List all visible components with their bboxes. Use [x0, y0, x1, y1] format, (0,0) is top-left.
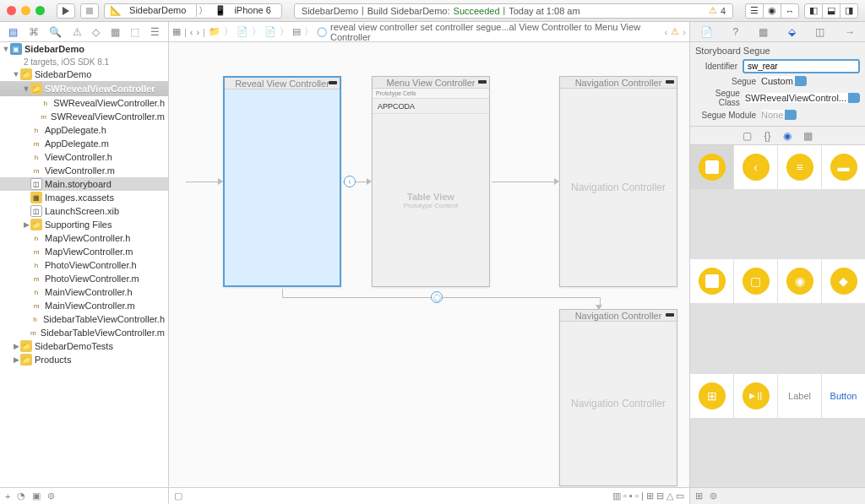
entry-point-arrow[interactable]: [186, 182, 220, 182]
navigation-controller-scene-2[interactable]: Navigation Controller Navigation Control…: [559, 309, 677, 486]
library-view-mode-button[interactable]: ⊞: [695, 490, 703, 501]
zoom-actual-button[interactable]: ▪: [629, 490, 633, 501]
tree-item[interactable]: hAppDelegate.h: [0, 123, 168, 137]
zoom-in-button[interactable]: ▫: [635, 490, 639, 501]
document-outline-toggle[interactable]: ▢: [174, 490, 182, 501]
object-object[interactable]: ▸॥: [734, 374, 777, 418]
filter-recent-button[interactable]: ◔: [17, 490, 25, 501]
forward-button[interactable]: ›: [197, 27, 200, 37]
resolve-button[interactable]: △: [666, 490, 673, 501]
project-root[interactable]: ▼▣ SidebarDemo: [0, 42, 168, 56]
tree-item[interactable]: mMapViewController.m: [0, 245, 168, 258]
tree-item[interactable]: mViewController.m: [0, 164, 168, 177]
tree-item[interactable]: ▶📁Products: [0, 353, 168, 366]
segue-kind-popup[interactable]: Custom: [761, 76, 807, 86]
file-template-library-tab[interactable]: ▢: [743, 130, 752, 142]
navigation-controller-object[interactable]: ‹: [734, 145, 777, 189]
jump-bar[interactable]: ▦ | ‹ › | 📁〉 📄〉 📄〉 ▤〉 ◯ reveal view cont…: [169, 22, 689, 42]
tree-item[interactable]: hMapViewController.h: [0, 231, 168, 245]
toggle-utilities-button[interactable]: ◨: [840, 3, 858, 19]
disclosure-icon[interactable]: ▼: [22, 84, 30, 93]
menu-view-controller-scene[interactable]: Menu View Controller Prototype Cells APP…: [372, 76, 490, 287]
debug-navigator-tab[interactable]: ▦: [111, 26, 120, 38]
identity-inspector-tab[interactable]: ▦: [759, 26, 768, 38]
tree-item[interactable]: ▶📁SidebarDemoTests: [0, 339, 168, 353]
split-view-controller-object[interactable]: [690, 259, 733, 303]
collection-view-controller-object[interactable]: ◆: [822, 259, 865, 303]
page-view-controller-object[interactable]: ▢: [734, 259, 777, 303]
back-button[interactable]: ‹: [190, 27, 193, 37]
view-controller-object[interactable]: [690, 145, 733, 189]
scheme-selector[interactable]: 📐 SidebarDemo 〉 📱 iPhone 6: [104, 3, 282, 19]
segue-class-field[interactable]: SWRevealViewControl...: [745, 93, 860, 103]
warning-icon[interactable]: ⚠: [671, 26, 679, 37]
toggle-navigator-button[interactable]: ◧: [804, 3, 823, 19]
version-editor-button[interactable]: ↔: [781, 3, 799, 19]
jump-bar-path[interactable]: reveal view controller set controller se…: [330, 22, 658, 42]
tree-item[interactable]: mMainViewController.m: [0, 299, 168, 312]
scene-icon[interactable]: ▤: [292, 26, 301, 37]
label-object[interactable]: Label: [778, 374, 821, 418]
size-class-button[interactable]: ▥: [612, 490, 621, 501]
zoom-out-button[interactable]: ▫: [623, 490, 627, 501]
stop-button[interactable]: [80, 3, 99, 19]
zoom-window-button[interactable]: [35, 6, 45, 15]
tree-item[interactable]: hMainViewController.h: [0, 285, 168, 299]
folder-icon[interactable]: 📄: [264, 26, 276, 37]
resizing-button[interactable]: ▭: [676, 490, 684, 501]
segue-icon[interactable]: i: [344, 176, 356, 187]
test-navigator-tab[interactable]: ◇: [92, 26, 100, 38]
find-navigator-tab[interactable]: 🔍: [49, 26, 62, 38]
folder-icon[interactable]: 📄: [237, 26, 248, 37]
tree-item[interactable]: mPhotoViewController.m: [0, 272, 168, 285]
tree-item[interactable]: ▼📁SWRevealViewController: [0, 81, 168, 96]
tree-item[interactable]: ▼📁SidebarDemo: [0, 68, 168, 81]
table-view-controller-object[interactable]: ≡: [778, 145, 821, 189]
code-snippet-library-tab[interactable]: {}: [764, 130, 770, 142]
standard-editor-button[interactable]: ☰: [745, 3, 764, 19]
reveal-view-controller-scene[interactable]: Reveal View Controller: [223, 76, 341, 287]
identifier-field[interactable]: [743, 59, 860, 73]
tree-item[interactable]: hPhotoViewController.h: [0, 258, 168, 272]
breakpoint-navigator-tab[interactable]: ⬚: [130, 26, 139, 38]
project-navigator-tab[interactable]: ▤: [8, 26, 18, 38]
prototype-cell[interactable]: APPCODA: [373, 99, 489, 114]
segue-icon[interactable]: ◯: [431, 291, 443, 303]
add-button[interactable]: +: [5, 491, 10, 501]
minimize-window-button[interactable]: [21, 6, 30, 15]
storyboard-canvas[interactable]: Reveal View Controller i Menu View Contr…: [169, 42, 689, 487]
tree-item[interactable]: mSWRevealViewController.m: [0, 110, 168, 123]
media-library-tab[interactable]: ▦: [803, 130, 813, 142]
size-inspector-tab[interactable]: ◫: [815, 26, 824, 38]
issue-navigator-tab[interactable]: ⚠: [73, 26, 82, 38]
tree-item[interactable]: hSidebarTableViewController.h: [0, 312, 168, 326]
align-button[interactable]: ⊞: [646, 490, 654, 501]
tab-bar-controller-object[interactable]: ▬: [822, 145, 865, 189]
attributes-inspector-tab[interactable]: ⬙: [788, 26, 796, 38]
warning-count[interactable]: 4: [721, 6, 726, 16]
disclosure-icon[interactable]: ▶: [12, 355, 20, 364]
object-library-tab[interactable]: ◉: [783, 130, 792, 142]
disclosure-icon[interactable]: ▶: [12, 342, 20, 350]
avkit-player-object[interactable]: ⊞: [690, 374, 733, 418]
file-inspector-tab[interactable]: 📄: [700, 26, 713, 38]
library-filter-field[interactable]: ⊜: [710, 490, 717, 501]
quick-help-tab[interactable]: ?: [733, 26, 739, 38]
close-window-button[interactable]: [7, 6, 16, 15]
tree-item[interactable]: mSidebarTableViewController.m: [0, 326, 168, 339]
glkit-view-controller-object[interactable]: ◉: [778, 259, 821, 303]
disclosure-icon[interactable]: ▼: [12, 70, 20, 79]
button-object[interactable]: Button: [822, 374, 865, 418]
folder-icon[interactable]: 📁: [209, 26, 220, 37]
assistant-editor-button[interactable]: ◉: [763, 3, 781, 19]
connections-inspector-tab[interactable]: →: [845, 26, 855, 38]
tree-item[interactable]: ▶📁Supporting Files: [0, 218, 168, 231]
report-navigator-tab[interactable]: ☰: [150, 26, 160, 38]
toggle-debug-button[interactable]: ⬓: [822, 3, 841, 19]
navigation-controller-scene-1[interactable]: Navigation Controller Navigation Control…: [559, 76, 677, 287]
tree-item[interactable]: hViewController.h: [0, 150, 168, 164]
filter-scm-button[interactable]: ▣: [32, 490, 41, 501]
pin-button[interactable]: ⊟: [656, 490, 664, 501]
filter-field[interactable]: ⊜: [47, 490, 55, 501]
tree-item[interactable]: ◫LaunchScreen.xib: [0, 204, 168, 218]
